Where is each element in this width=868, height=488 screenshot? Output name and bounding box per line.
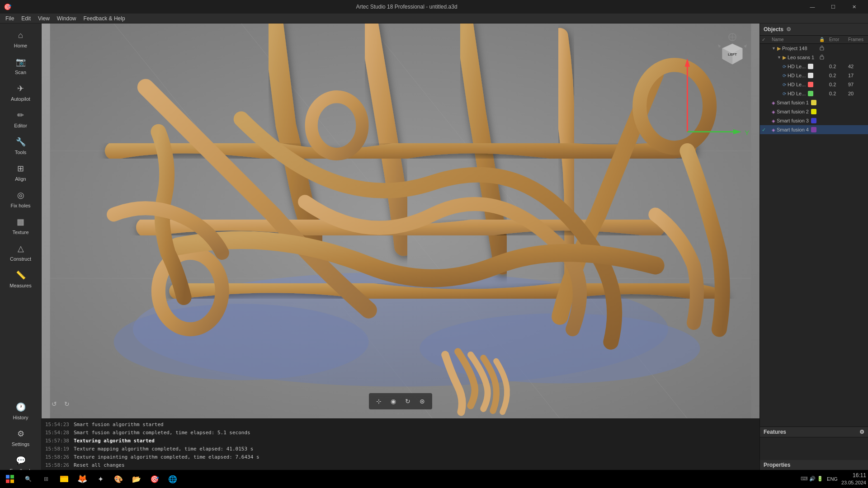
svg-rect-30 [10,475,14,479]
sidebar-item-tools[interactable]: 🔧 Tools [0,132,41,159]
log-entry-5: 15:58:26 Reset all changes [45,461,756,469]
sidebar-item-align[interactable]: ⊞ Align [0,159,41,185]
viewport-canvas[interactable]: Y LEFT [42,23,760,418]
svg-rect-34 [60,478,68,482]
expand-icon-project148: ▼ [772,46,776,51]
svg-rect-27 [820,47,824,50]
close-button[interactable]: ✕ [844,0,864,14]
sidebar-label-home: Home [14,43,27,48]
sidebar-label-scan: Scan [15,70,26,75]
log-time-3: 15:58:19 [45,445,70,453]
tools-icon: 🔧 [14,136,27,148]
time-display: 16:11 [841,472,866,479]
fusion-icon-sf3: ◈ [772,118,775,123]
firefox-button[interactable]: 🦊 [74,471,90,487]
nav-cube[interactable]: LEFT [714,33,750,69]
log-area: 15:54:23 Smart fusion algorithm started … [42,418,760,477]
system-tray: ⌨ 🔊 🔋 ENG 16:11 23.05.2024 [801,472,866,486]
menu-file[interactable]: File [2,14,18,23]
taskview-button[interactable]: ⊞ [38,471,54,487]
rotate-tool-button[interactable]: ↻ [401,395,414,408]
artec-button[interactable]: 🎯 [146,471,163,487]
right-panel: Objects ⚙ ✓ Name 🔒 Error Frames ▼ ▶ Proj… [760,23,868,477]
start-button[interactable] [2,471,18,487]
search-button[interactable]: 🔍 [20,471,36,487]
obj-row-sf1[interactable]: ◈ Smart fusion 1 [760,98,868,107]
log-time-4: 15:58:26 [45,453,70,461]
undo-redo: ↺ ↻ [49,399,72,409]
features-section: Features ⚙ [760,427,868,460]
app9-button[interactable]: 🌐 [165,471,181,487]
name-hd1: ⟳ HD Le... [783,64,818,69]
lang-indicator: ENG [827,476,838,482]
properties-header[interactable]: Properties [760,460,868,470]
3d-view[interactable]: Y LEFT [42,23,760,418]
obj-row-hd1[interactable]: ⟳ HD Le... 0.2 42 [760,62,868,71]
explorer-button[interactable] [56,471,72,487]
home-icon: ⌂ [14,29,27,42]
pin-tool-button[interactable]: ⊛ [416,395,429,408]
fusion-icon-sf1: ◈ [772,100,775,105]
sidebar-label-history: History [13,415,28,420]
sidebar-item-construct[interactable]: △ Construct [0,239,41,265]
main-layout: ⌂ Home 📷 Scan ✈ Autopilot ✏ Editor 🔧 Too… [0,23,868,477]
obj-row-hd3[interactable]: ⟳ HD Le... 0.2 97 [760,80,868,89]
frames-hd4: 20 [848,91,866,96]
svg-rect-35 [60,476,64,478]
obj-row-sf4[interactable]: ✓ ◈ Smart fusion 4 [760,125,868,134]
sidebar-item-editor[interactable]: ✏ Editor [0,105,41,132]
sidebar-label-construct: Construct [10,256,31,262]
obj-row-leoscans1[interactable]: ▼ ▶ Leo scans 1 [760,53,868,62]
color-swatch-hd2 [808,73,813,78]
log-entry-4: 15:58:26 Texture inpainting algorithm co… [45,453,756,461]
view-tool-button[interactable]: ◉ [387,395,400,408]
menubar: File Edit View Window Feedback & Help [0,14,868,23]
objects-gear-icon[interactable]: ⚙ [786,26,791,33]
sidebar-item-autopilot[interactable]: ✈ Autopilot [0,79,41,105]
viewport: Y LEFT [42,23,760,477]
col-lock: 🔒 [819,37,828,42]
menu-window[interactable]: Window [53,14,80,23]
sidebar-label-texture: Texture [12,230,28,235]
clock: 16:11 23.05.2024 [841,472,866,486]
collapse-button[interactable]: ⌄⌄ [395,408,406,417]
obj-row-project148[interactable]: ▼ ▶ Project 148 [760,44,868,53]
sidebar-item-fix-holes[interactable]: ◎ Fix holes [0,185,41,212]
obj-row-sf2[interactable]: ◈ Smart fusion 2 [760,107,868,116]
sidebar-item-home[interactable]: ⌂ Home [0,25,41,52]
window-controls: — ☐ ✕ [802,0,864,14]
sidebar-item-texture[interactable]: ▦ Texture [0,212,41,239]
menu-feedback-help[interactable]: Feedback & Help [80,14,129,23]
construct-icon: △ [14,242,27,255]
check-sf4: ✓ [762,127,771,133]
log-msg-0: Smart fusion algorithm started [74,421,164,429]
properties-section: Properties [760,460,868,470]
frames-hd2: 17 [848,73,866,78]
redo-button[interactable]: ↻ [61,399,72,409]
sidebar-item-scan[interactable]: 📷 Scan [0,52,41,79]
figma-button[interactable]: ✦ [92,471,108,487]
folder-icon-leoscans1: ▶ [783,55,786,61]
sidebar-item-measures[interactable]: 📏 Measures [0,265,41,292]
minimize-button[interactable]: — [802,0,823,14]
log-time-5: 15:58:26 [45,461,70,469]
sidebar-item-history[interactable]: 🕐 History [0,397,41,424]
obj-row-hd4[interactable]: ⟳ HD Le... 0.2 20 [760,89,868,98]
svg-marker-26 [718,44,721,48]
3d-model-svg: Y [42,23,760,418]
app6-button[interactable]: 🎨 [110,471,127,487]
settings-icon: ⚙ [14,427,27,440]
undo-button[interactable]: ↺ [49,399,60,409]
app7-button[interactable]: 📂 [128,471,145,487]
features-gear-icon[interactable]: ⚙ [859,429,864,435]
menu-view[interactable]: View [34,14,53,23]
select-tool-button[interactable]: ⊹ [373,395,385,408]
features-header[interactable]: Features ⚙ [760,427,868,437]
maximize-button[interactable]: ☐ [823,0,844,14]
log-entry-0: 15:54:23 Smart fusion algorithm started [45,421,756,429]
obj-row-hd2[interactable]: ⟳ HD Le... 0.2 17 [760,71,868,80]
menu-edit[interactable]: Edit [18,14,34,23]
sidebar-item-settings[interactable]: ⚙ Settings [0,424,41,450]
obj-row-sf3[interactable]: ◈ Smart fusion 3 [760,116,868,125]
tray-icons: ⌨ 🔊 🔋 [801,476,823,482]
